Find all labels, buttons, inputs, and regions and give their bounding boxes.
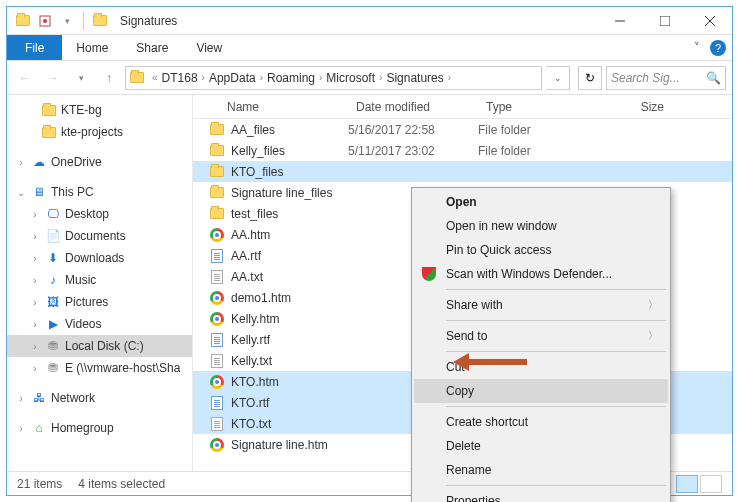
up-button[interactable]: ↑ xyxy=(97,66,121,90)
titlebar: ▾ Signatures xyxy=(7,7,732,35)
videos-icon: ▶ xyxy=(45,316,61,332)
crumb[interactable]: AppData xyxy=(209,71,256,85)
search-icon: 🔍 xyxy=(706,71,721,85)
icons-view-button[interactable] xyxy=(700,475,722,493)
ctx-open-new[interactable]: Open in new window xyxy=(414,214,668,238)
tab-home[interactable]: Home xyxy=(62,35,122,60)
crumb[interactable]: DT168 xyxy=(162,71,198,85)
tree-homegroup[interactable]: ›⌂Homegroup xyxy=(7,417,192,439)
details-view-button[interactable] xyxy=(676,475,698,493)
breadcrumb[interactable]: « DT168› AppData› Roaming› Microsoft› Si… xyxy=(125,66,542,90)
ribbon-expand-icon[interactable]: ˅ xyxy=(694,41,700,54)
explorer-window: ▾ Signatures File Home Share View ˅ ? ← … xyxy=(6,6,733,496)
address-bar: ← → ▾ ↑ « DT168› AppData› Roaming› Micro… xyxy=(7,61,732,95)
context-menu: Open Open in new window Pin to Quick acc… xyxy=(411,187,671,502)
qat-dropdown-icon[interactable]: ▾ xyxy=(57,11,77,31)
status-selected: 4 items selected xyxy=(78,477,165,491)
ctx-shortcut[interactable]: Create shortcut xyxy=(414,410,668,434)
file-name: KTO.rtf xyxy=(227,396,348,410)
ctx-sendto[interactable]: Send to〉 xyxy=(414,324,668,348)
table-row[interactable]: AA_files 5/16/2017 22:58 File folder xyxy=(193,119,732,140)
tree-network[interactable]: ›🖧Network xyxy=(7,387,192,409)
tree-thispc[interactable]: ⌄🖥This PC xyxy=(7,181,192,203)
rtf-icon xyxy=(207,396,227,410)
search-input[interactable]: Search Sig... 🔍 xyxy=(606,66,726,90)
crumb[interactable]: Signatures xyxy=(386,71,443,85)
col-date[interactable]: Date modified xyxy=(348,100,478,114)
chrome-icon xyxy=(207,438,227,452)
crumb[interactable]: Roaming xyxy=(267,71,315,85)
ctx-share[interactable]: Share with〉 xyxy=(414,293,668,317)
col-size[interactable]: Size xyxy=(593,100,673,114)
tree-pictures[interactable]: ›🖼Pictures xyxy=(7,291,192,313)
file-name: KTO_files xyxy=(227,165,348,179)
history-dropdown[interactable]: ⌄ xyxy=(546,66,570,90)
cloud-icon: ☁ xyxy=(31,154,47,170)
refresh-button[interactable]: ↻ xyxy=(578,66,602,90)
nav-tree: KTE-bg kte-projects ›☁OneDrive ⌄🖥This PC… xyxy=(7,95,193,471)
table-row[interactable]: KTO_files xyxy=(193,161,732,182)
tree-desktop[interactable]: ›🖵Desktop xyxy=(7,203,192,225)
tree-documents[interactable]: ›📄Documents xyxy=(7,225,192,247)
shield-icon xyxy=(420,265,438,283)
folder-icon xyxy=(207,124,227,135)
tree-videos[interactable]: ›▶Videos xyxy=(7,313,192,335)
col-type[interactable]: Type xyxy=(478,100,593,114)
tree-downloads[interactable]: ›⬇Downloads xyxy=(7,247,192,269)
recent-dropdown[interactable]: ▾ xyxy=(69,66,93,90)
status-items: 21 items xyxy=(17,477,62,491)
minimize-button[interactable] xyxy=(597,7,642,35)
chrome-icon xyxy=(207,228,227,242)
ctx-props[interactable]: Properties xyxy=(414,489,668,502)
properties-icon[interactable] xyxy=(35,11,55,31)
ctx-copy[interactable]: Copy xyxy=(414,379,668,403)
chevron-right-icon: 〉 xyxy=(648,329,658,343)
help-icon[interactable]: ? xyxy=(710,40,726,56)
close-button[interactable] xyxy=(687,7,732,35)
ctx-pin[interactable]: Pin to Quick access xyxy=(414,238,668,262)
chrome-icon xyxy=(207,312,227,326)
file-name: KTO.htm xyxy=(227,375,348,389)
file-name: AA.rtf xyxy=(227,249,348,263)
file-type: File folder xyxy=(478,144,593,158)
file-name: AA.txt xyxy=(227,270,348,284)
maximize-button[interactable] xyxy=(642,7,687,35)
network-icon: 🖧 xyxy=(31,390,47,406)
tab-file[interactable]: File xyxy=(7,35,62,60)
table-row[interactable]: Kelly_files 5/11/2017 23:02 File folder xyxy=(193,140,732,161)
file-name: AA_files xyxy=(227,123,348,137)
tab-share[interactable]: Share xyxy=(122,35,182,60)
tree-music[interactable]: ›♪Music xyxy=(7,269,192,291)
homegroup-icon: ⌂ xyxy=(31,420,47,436)
ctx-cut[interactable]: Cut xyxy=(414,355,668,379)
window-title: Signatures xyxy=(116,14,597,28)
column-headers: Name Date modified Type Size xyxy=(193,95,732,119)
svg-rect-3 xyxy=(660,16,670,26)
pictures-icon: 🖼 xyxy=(45,294,61,310)
rtf-icon xyxy=(207,249,227,263)
ctx-defender[interactable]: Scan with Windows Defender... xyxy=(414,262,668,286)
tree-item[interactable]: KTE-bg xyxy=(7,99,192,121)
folder-icon xyxy=(13,11,33,31)
folder-icon xyxy=(207,187,227,198)
crumb[interactable]: Microsoft xyxy=(326,71,375,85)
ctx-rename[interactable]: Rename xyxy=(414,458,668,482)
file-name: Signature line.htm xyxy=(227,438,348,452)
netdisk-icon: ⛃ xyxy=(45,360,61,376)
txt-icon xyxy=(207,270,227,284)
ctx-delete[interactable]: Delete xyxy=(414,434,668,458)
svg-point-1 xyxy=(43,19,47,23)
col-name[interactable]: Name xyxy=(193,100,348,114)
tree-onedrive[interactable]: ›☁OneDrive xyxy=(7,151,192,173)
pc-icon: 🖥 xyxy=(31,184,47,200)
ctx-open[interactable]: Open xyxy=(414,190,668,214)
back-button[interactable]: ← xyxy=(13,66,37,90)
folder-icon xyxy=(207,145,227,156)
forward-button[interactable]: → xyxy=(41,66,65,90)
file-name: Kelly_files xyxy=(227,144,348,158)
tree-item[interactable]: kte-projects xyxy=(7,121,192,143)
folder-icon xyxy=(90,11,110,31)
tree-localdisk[interactable]: ›⛃Local Disk (C:) xyxy=(7,335,192,357)
tab-view[interactable]: View xyxy=(182,35,236,60)
tree-vmware[interactable]: ›⛃E (\\vmware-host\Sha xyxy=(7,357,192,379)
